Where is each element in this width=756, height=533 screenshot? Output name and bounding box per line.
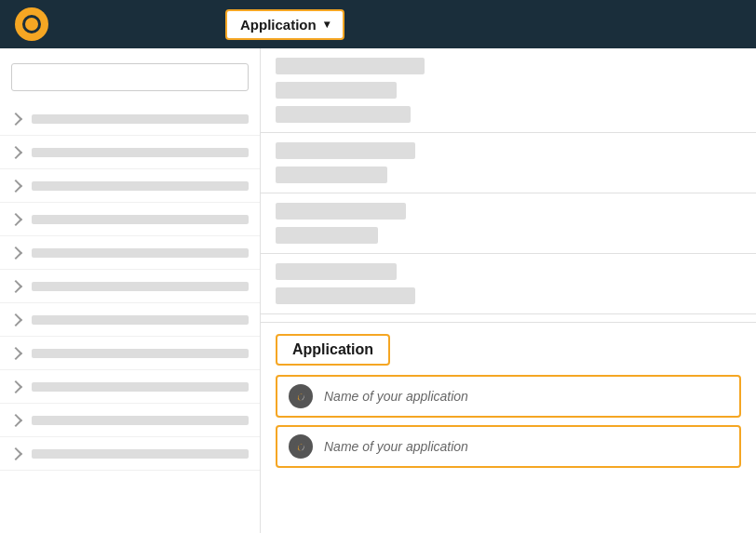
- expand-icon: [9, 346, 22, 359]
- app-item-2[interactable]: Name of your application: [276, 425, 741, 468]
- item-label-bar: [32, 181, 249, 191]
- search-input[interactable]: [11, 63, 249, 91]
- expand-icon: [9, 446, 22, 460]
- list-item[interactable]: [0, 337, 260, 370]
- expand-icon: [9, 179, 22, 192]
- chevron-down-icon: ▾: [324, 18, 330, 31]
- app-item-1[interactable]: Name of your application: [276, 375, 741, 418]
- dropdown-row: [276, 263, 397, 280]
- list-item[interactable]: [0, 102, 260, 136]
- item-label-bar: [32, 215, 249, 224]
- application-dropdown-label: Application: [240, 17, 317, 33]
- svg-point-1: [294, 440, 308, 454]
- list-item[interactable]: [0, 370, 260, 404]
- list-item[interactable]: [0, 169, 260, 203]
- application-section: Application Name of your application: [261, 322, 756, 486]
- logo: [15, 7, 48, 41]
- dropdown-row: [276, 82, 397, 99]
- list-item[interactable]: [0, 303, 260, 337]
- dropdown-row: [276, 287, 415, 304]
- logo-inner-circle: [22, 15, 41, 33]
- dropdown-row: [276, 106, 411, 123]
- item-label-bar: [32, 282, 249, 291]
- dropdown-group: [261, 133, 756, 193]
- list-item[interactable]: [0, 437, 260, 471]
- item-label-bar: [32, 315, 249, 325]
- expand-icon: [9, 246, 22, 259]
- expand-icon: [9, 380, 22, 393]
- expand-icon: [9, 112, 22, 125]
- topbar: Application ▾: [0, 0, 756, 48]
- app-item-label-1: Name of your application: [324, 389, 468, 404]
- app-item-icon-1: [289, 384, 313, 408]
- application-dropdown-button[interactable]: Application ▾: [225, 9, 344, 40]
- item-label-bar: [32, 416, 249, 425]
- list-item[interactable]: [0, 203, 260, 236]
- expand-icon: [9, 413, 22, 426]
- dropdown-group: [261, 254, 756, 314]
- expand-icon: [9, 145, 22, 158]
- app-item-label-2: Name of your application: [324, 439, 468, 454]
- item-label-bar: [32, 248, 249, 258]
- dropdown-row: [276, 167, 387, 183]
- expand-icon: [9, 279, 22, 292]
- main-content: Application Name of your application: [0, 48, 756, 533]
- expand-icon: [9, 313, 22, 326]
- dropdown-panel: Application Name of your application: [261, 48, 756, 533]
- sidebar: [0, 48, 261, 533]
- list-item[interactable]: [0, 236, 260, 270]
- item-label-bar: [32, 349, 249, 358]
- dropdown-group: [261, 48, 756, 133]
- list-item[interactable]: [0, 404, 260, 437]
- item-label-bar: [32, 114, 249, 124]
- list-item[interactable]: [0, 270, 260, 303]
- expand-icon: [9, 212, 22, 225]
- dropdown-row: [276, 58, 425, 74]
- list-item[interactable]: [0, 136, 260, 169]
- item-label-bar: [32, 148, 249, 157]
- dropdown-row: [276, 203, 406, 220]
- app-item-icon-2: [289, 434, 313, 459]
- application-section-title: Application: [276, 334, 390, 366]
- item-label-bar: [32, 449, 249, 459]
- svg-point-0: [294, 390, 308, 404]
- item-label-bar: [32, 382, 249, 392]
- dropdown-row: [276, 142, 415, 159]
- dropdown-row: [276, 227, 378, 244]
- dropdown-group: [261, 193, 756, 254]
